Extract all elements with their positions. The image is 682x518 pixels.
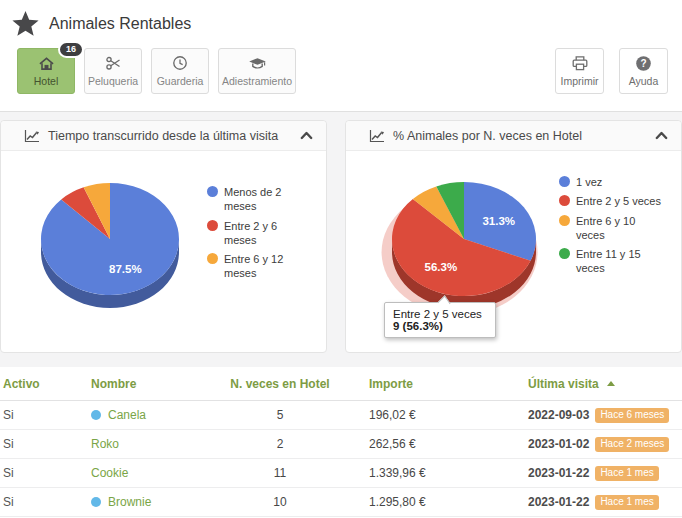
help-icon: ? <box>635 55 652 72</box>
topbar: Animales Rentables 16 Hotel Peluqueria <box>0 0 682 112</box>
tab-label: Peluqueria <box>88 75 138 87</box>
panel-header: % Animales por N. veces en Hotel <box>346 121 681 151</box>
cell-nombre[interactable]: Roko <box>91 437 219 451</box>
svg-text:?: ? <box>640 58 646 69</box>
chart-legend: 1 vezEntre 2 y 5 vecesEntre 6 y 10 veces… <box>559 175 663 327</box>
visit-date: 2023-01-02 <box>528 437 589 451</box>
action-label: Ayuda <box>629 75 659 87</box>
pet-status-dot <box>91 497 101 507</box>
tab-adiestramiento[interactable]: Adiestramiento <box>218 48 296 94</box>
charts-strip: Tiempo transcurrido desde la última visi… <box>0 112 682 367</box>
column-header-nombre[interactable]: Nombre <box>91 377 219 391</box>
legend-dot <box>559 248 570 259</box>
table-row[interactable]: Si Cookie 11 1.339,96 € 2023-01-22 Hace … <box>0 459 682 488</box>
table-row[interactable]: Si Brownie 10 1.295,80 € 2023-01-22 Hace… <box>0 488 682 517</box>
legend-dot <box>207 186 218 197</box>
time-ago-badge: Hace 1 mes <box>595 495 658 510</box>
column-header-label: Última visita <box>528 377 599 391</box>
pet-name: Roko <box>91 437 119 451</box>
legend-item: Entre 2 y 5 veces <box>559 194 663 208</box>
scissors-icon <box>105 55 122 71</box>
cell-nombre[interactable]: Brownie <box>91 495 219 509</box>
chart-legend: Menos de 2 mesesEntre 2 y 6 mesesEntre 6… <box>207 185 311 327</box>
legend-dot <box>207 253 218 264</box>
cell-activo: Si <box>3 408 91 422</box>
legend-item: Entre 6 y 12 meses <box>207 252 311 281</box>
cell-importe: 1.339,96 € <box>341 466 523 480</box>
cell-nombre[interactable]: Canela <box>91 408 219 422</box>
column-header-veces[interactable]: N. veces en Hotel <box>219 377 341 391</box>
column-header-activo[interactable]: Activo <box>3 377 91 391</box>
legend-dot <box>559 195 570 206</box>
panel-body: 87.5% Menos de 2 mesesEntre 2 y 6 mesesE… <box>1 151 326 329</box>
tooltip-label: Entre 2 y 5 veces <box>393 308 487 320</box>
chevron-up-icon <box>300 131 313 140</box>
time-ago-badge: Hace 6 meses <box>595 408 669 423</box>
column-header-importe[interactable]: Importe <box>341 377 523 391</box>
tab-label: Adiestramiento <box>222 75 292 87</box>
column-header-ultima-visita[interactable]: Última visita <box>523 377 679 391</box>
pet-name: Brownie <box>108 495 151 509</box>
tooltip-value: 9 (56.3%) <box>393 320 487 332</box>
legend-label: Entre 11 y 15 veces <box>576 247 663 276</box>
legend-label: Entre 2 y 6 meses <box>224 219 311 248</box>
pie-chart-tiempo: 87.5% <box>9 153 207 327</box>
pie-chart-veces: 31.3%56.3% <box>354 153 559 327</box>
pet-name: Cookie <box>91 466 128 480</box>
table-row[interactable]: Si Roko 2 262,56 € 2023-01-02 Hace 2 mes… <box>0 430 682 459</box>
cell-activo: Si <box>3 466 91 480</box>
cell-veces: 10 <box>219 495 341 509</box>
time-ago-badge: Hace 1 mes <box>595 466 658 481</box>
tab-hotel[interactable]: 16 Hotel <box>17 48 75 94</box>
chart-tooltip: Entre 2 y 5 veces 9 (56.3%) <box>384 302 496 338</box>
collapse-panel-button[interactable] <box>655 131 668 140</box>
visit-date: 2023-01-22 <box>528 466 589 480</box>
visit-date: 2022-09-03 <box>528 408 589 422</box>
app: Animales Rentables 16 Hotel Peluqueria <box>0 0 682 518</box>
cell-importe: 1.295,80 € <box>341 495 523 509</box>
legend-label: Entre 6 y 10 veces <box>576 214 663 243</box>
cell-ultima-visita: 2022-09-03 Hace 6 meses <box>523 408 679 423</box>
panel-title: % Animales por N. veces en Hotel <box>393 129 582 143</box>
line-chart-icon <box>24 129 40 143</box>
action-label: Imprimir <box>561 75 599 87</box>
cell-nombre[interactable]: Cookie <box>91 466 219 480</box>
title-row: Animales Rentables <box>10 5 668 43</box>
clock-icon <box>172 55 188 71</box>
tabs-row: 16 Hotel Peluqueria Guarder <box>10 48 668 94</box>
page-title: Animales Rentables <box>49 15 191 33</box>
legend-item: Menos de 2 meses <box>207 185 311 214</box>
legend-item: Entre 2 y 6 meses <box>207 219 311 248</box>
cell-activo: Si <box>3 495 91 509</box>
legend-dot <box>559 215 570 226</box>
pie-slice-label: 87.5% <box>109 263 142 275</box>
legend-item: Entre 11 y 15 veces <box>559 247 663 276</box>
time-ago-badge: Hace 2 meses <box>595 437 669 452</box>
table-row[interactable]: Si Canela 5 196,02 € 2022-09-03 Hace 6 m… <box>0 401 682 430</box>
cell-veces: 11 <box>219 466 341 480</box>
cell-ultima-visita: 2023-01-22 Hace 1 mes <box>523 466 679 481</box>
panel-title: Tiempo transcurrido desde la última visi… <box>48 129 278 143</box>
sort-asc-icon <box>607 381 615 386</box>
pet-status-dot <box>91 410 101 420</box>
legend-label: 1 vez <box>576 175 602 189</box>
visit-date: 2023-01-22 <box>528 495 589 509</box>
star-icon <box>10 9 41 40</box>
panel-veces-hotel: % Animales por N. veces en Hotel 31.3%56… <box>345 120 682 353</box>
cell-ultima-visita: 2023-01-02 Hace 2 meses <box>523 437 679 452</box>
home-icon <box>38 56 55 71</box>
table-body: Si Canela 5 196,02 € 2022-09-03 Hace 6 m… <box>0 401 682 517</box>
collapse-panel-button[interactable] <box>300 131 313 140</box>
tab-guarderia[interactable]: Guarderia <box>151 48 209 94</box>
print-button[interactable]: Imprimir <box>555 48 604 94</box>
pet-name: Canela <box>108 408 146 422</box>
cell-activo: Si <box>3 437 91 451</box>
tab-peluqueria[interactable]: Peluqueria <box>84 48 142 94</box>
legend-label: Entre 6 y 12 meses <box>224 252 311 281</box>
cell-ultima-visita: 2023-01-22 Hace 1 mes <box>523 495 679 510</box>
legend-item: Entre 6 y 10 veces <box>559 214 663 243</box>
help-button[interactable]: ? Ayuda <box>619 48 668 94</box>
cell-importe: 262,56 € <box>341 437 523 451</box>
results-table: Activo Nombre N. veces en Hotel Importe … <box>0 367 682 517</box>
legend-item: 1 vez <box>559 175 663 189</box>
